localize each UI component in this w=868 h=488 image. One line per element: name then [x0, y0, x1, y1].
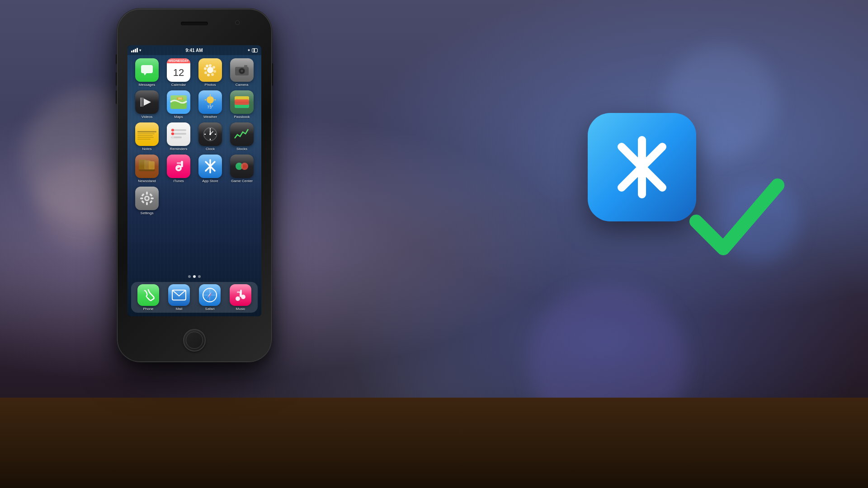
newsstand-icon[interactable] [135, 155, 159, 178]
mail-icon[interactable] [168, 284, 190, 306]
app-messages[interactable]: Messages [133, 58, 161, 87]
dock-music[interactable]: Music [230, 284, 251, 311]
app-photos[interactable]: Photos [196, 58, 224, 87]
status-bar: ▾ 9:41 AM ✦ ▌ [127, 45, 261, 55]
calendar-weekday: Wednesday [167, 58, 190, 63]
messages-icon[interactable] [135, 58, 159, 82]
notes-icon[interactable] [135, 122, 159, 146]
itunes-label: iTunes [173, 179, 184, 183]
bokeh-2 [36, 158, 127, 249]
svg-rect-49 [149, 161, 155, 169]
music-label: Music [236, 307, 245, 311]
power-button [271, 63, 273, 86]
calendar-icon[interactable]: Wednesday 12 [167, 58, 190, 82]
phone-icon[interactable] [137, 284, 159, 306]
messages-label: Messages [139, 83, 155, 87]
iphone: ▾ 9:41 AM ✦ ▌ Messages [118, 9, 271, 361]
svg-rect-72 [149, 200, 153, 204]
dock-phone[interactable]: Phone [137, 284, 159, 311]
svg-rect-15 [244, 65, 247, 67]
svg-point-2 [207, 67, 213, 73]
app-notes[interactable]: Notes [133, 122, 161, 151]
svg-point-36 [171, 132, 174, 135]
safari-label: Safari [205, 307, 215, 311]
home-button[interactable] [183, 329, 206, 352]
clock-icon[interactable] [198, 122, 222, 146]
app-clock[interactable]: Clock [196, 122, 224, 151]
app-newsstand[interactable]: Newsstand [133, 155, 161, 183]
svg-point-61 [237, 164, 241, 168]
wifi-icon: ▾ [139, 48, 141, 52]
signal-bar-1 [131, 51, 132, 52]
calendar-label: Calendar [171, 83, 186, 87]
home-button-inner [186, 332, 203, 349]
itunes-icon[interactable] [167, 155, 190, 178]
passbook-label: Passbook [234, 115, 250, 119]
stocks-label: Stocks [236, 147, 247, 151]
reminders-icon[interactable] [167, 122, 190, 146]
dock-mail[interactable]: Mail [168, 284, 190, 311]
app-calendar[interactable]: Wednesday 12 Calendar [165, 58, 193, 87]
passbook-icon[interactable] [230, 90, 254, 114]
photos-label: Photos [205, 83, 216, 87]
app-appstore-small[interactable]: App Store [196, 155, 224, 183]
app-videos[interactable]: Videos [133, 90, 161, 119]
app-reminders[interactable]: Reminders [165, 122, 193, 151]
bluetooth-icon: ✦ [247, 48, 250, 52]
app-itunes[interactable]: iTunes [165, 155, 193, 183]
settings-icon[interactable] [135, 187, 159, 210]
svg-point-10 [206, 65, 208, 67]
stocks-icon[interactable] [230, 122, 254, 146]
svg-rect-0 [141, 65, 153, 73]
reminders-label: Reminders [170, 147, 188, 151]
gamecenter-icon[interactable] [230, 155, 254, 178]
svg-marker-77 [207, 291, 212, 298]
app-weather[interactable]: 73° Weather [196, 90, 224, 119]
app-grid: Messages Wednesday 12 Calendar [131, 56, 258, 217]
videos-icon[interactable] [135, 90, 159, 114]
weather-icon[interactable]: 73° [198, 90, 222, 114]
maps-label: Maps [174, 115, 183, 119]
safari-icon[interactable] [199, 284, 221, 306]
app-passbook[interactable]: Passbook [228, 90, 256, 119]
svg-point-35 [171, 129, 174, 131]
svg-rect-55 [177, 162, 181, 164]
svg-rect-50 [139, 169, 155, 171]
signal-bars [131, 48, 138, 52]
app-camera[interactable]: Camera [228, 58, 256, 87]
newsstand-label: Newsstand [138, 179, 156, 183]
dock-safari[interactable]: Safari [199, 284, 221, 311]
iphone-screen-bezel: ▾ 9:41 AM ✦ ▌ Messages [127, 45, 261, 316]
settings-label: Settings [141, 211, 154, 215]
appstore-icon[interactable] [198, 155, 222, 178]
app-maps[interactable]: 280 Maps [165, 90, 193, 119]
camera-label: Camera [236, 83, 248, 87]
svg-point-9 [204, 67, 207, 70]
app-stocks[interactable]: Stocks [228, 122, 256, 151]
photos-icon[interactable] [198, 58, 222, 82]
notes-label: Notes [142, 147, 152, 151]
svg-marker-78 [208, 292, 212, 299]
music-icon[interactable] [230, 284, 251, 306]
svg-point-5 [213, 70, 216, 73]
svg-point-62 [243, 164, 246, 168]
svg-rect-66 [146, 202, 148, 205]
svg-point-37 [171, 136, 174, 139]
svg-marker-16 [144, 99, 151, 106]
app-settings[interactable]: Settings [133, 187, 161, 215]
svg-rect-29 [235, 96, 249, 102]
phone-label: Phone [143, 307, 153, 311]
front-camera [235, 20, 240, 25]
svg-rect-65 [146, 192, 148, 195]
status-right: ✦ ▌ [247, 48, 258, 52]
svg-rect-69 [141, 193, 145, 197]
svg-point-79 [236, 296, 240, 301]
maps-icon[interactable]: 280 [167, 90, 190, 114]
svg-rect-82 [237, 291, 242, 293]
checkmark-svg [687, 172, 787, 271]
table-surface [0, 398, 868, 488]
camera-icon[interactable] [230, 58, 254, 82]
app-gamecenter[interactable]: Game Center [228, 155, 256, 183]
svg-rect-53 [181, 161, 183, 167]
svg-point-46 [209, 133, 211, 135]
